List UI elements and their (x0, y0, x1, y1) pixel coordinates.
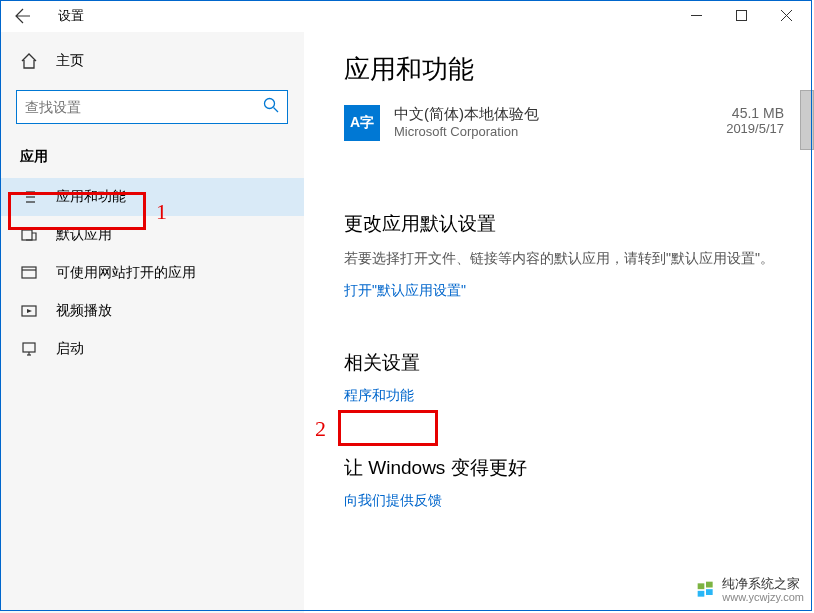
back-arrow-icon (15, 8, 31, 24)
watermark-name: 纯净系统之家 (722, 577, 804, 591)
programs-features-link[interactable]: 程序和功能 (344, 387, 414, 405)
section-related: 相关设置 程序和功能 (344, 350, 784, 405)
annotation-2: 2 (315, 416, 326, 442)
search-box[interactable] (16, 90, 288, 124)
back-button[interactable] (8, 1, 38, 31)
page-title: 应用和功能 (344, 52, 784, 87)
section-desc: 若要选择打开文件、链接等内容的默认应用，请转到"默认应用设置"。 (344, 247, 784, 269)
app-list-item[interactable]: A字 中文(简体)本地体验包 Microsoft Corporation 45.… (344, 105, 784, 141)
defaults-icon (20, 227, 38, 243)
close-button[interactable] (764, 0, 809, 30)
nav-item-default-apps[interactable]: 默认应用 (0, 216, 304, 254)
startup-icon (20, 341, 38, 357)
nav-item-apps-features[interactable]: 应用和功能 (0, 178, 304, 216)
app-vendor: Microsoft Corporation (394, 124, 726, 139)
app-size: 45.1 MB (726, 105, 784, 121)
close-icon (781, 10, 792, 21)
minimize-button[interactable] (674, 0, 719, 30)
svg-line-3 (274, 108, 279, 113)
svg-point-2 (265, 99, 275, 109)
nav-item-website-apps[interactable]: 可使用网站打开的应用 (0, 254, 304, 292)
svg-rect-19 (698, 591, 705, 597)
svg-rect-10 (22, 230, 32, 240)
section-feedback: 让 Windows 变得更好 向我们提供反馈 (344, 455, 784, 510)
window-controls (674, 0, 809, 30)
home-label: 主页 (56, 52, 84, 70)
section-title: 让 Windows 变得更好 (344, 455, 784, 481)
nav-label: 默认应用 (56, 226, 112, 244)
main-content: 应用和功能 A字 中文(简体)本地体验包 Microsoft Corporati… (304, 32, 814, 613)
app-icon: A字 (344, 105, 380, 141)
maximize-button[interactable] (719, 0, 764, 30)
svg-rect-14 (23, 343, 35, 352)
svg-rect-1 (737, 10, 747, 20)
category-header: 应用 (0, 140, 304, 178)
open-default-apps-link[interactable]: 打开"默认应用设置" (344, 282, 466, 300)
svg-rect-11 (22, 267, 36, 278)
scrollbar[interactable] (800, 90, 814, 150)
sidebar: 主页 应用 应用和功能 默认应用 (0, 32, 304, 613)
nav-label: 视频播放 (56, 302, 112, 320)
watermark: 纯净系统之家 www.ycwjzy.com (696, 577, 804, 603)
nav-label: 启动 (56, 340, 84, 358)
svg-rect-17 (698, 583, 705, 589)
nav-item-startup[interactable]: 启动 (0, 330, 304, 368)
window-title: 设置 (58, 7, 84, 25)
section-title: 更改应用默认设置 (344, 211, 784, 237)
video-icon (20, 303, 38, 319)
svg-rect-18 (706, 581, 713, 587)
svg-rect-20 (706, 589, 713, 595)
home-button[interactable]: 主页 (0, 44, 304, 78)
maximize-icon (736, 10, 747, 21)
list-icon (20, 189, 38, 205)
app-date: 2019/5/17 (726, 121, 784, 136)
section-title: 相关设置 (344, 350, 784, 376)
minimize-icon (691, 10, 702, 21)
nav-label: 应用和功能 (56, 188, 126, 206)
search-input[interactable] (25, 99, 263, 115)
nav-label: 可使用网站打开的应用 (56, 264, 196, 282)
nav-item-video-playback[interactable]: 视频播放 (0, 292, 304, 330)
website-icon (20, 265, 38, 281)
search-icon (263, 97, 279, 117)
app-name: 中文(简体)本地体验包 (394, 105, 726, 124)
home-icon (20, 52, 38, 70)
section-defaults: 更改应用默认设置 若要选择打开文件、链接等内容的默认应用，请转到"默认应用设置"… (344, 211, 784, 300)
annotation-1: 1 (156, 199, 167, 225)
watermark-logo-icon (696, 580, 716, 600)
feedback-link[interactable]: 向我们提供反馈 (344, 492, 442, 510)
watermark-url: www.ycwjzy.com (722, 591, 804, 603)
titlebar: 设置 (0, 0, 814, 32)
